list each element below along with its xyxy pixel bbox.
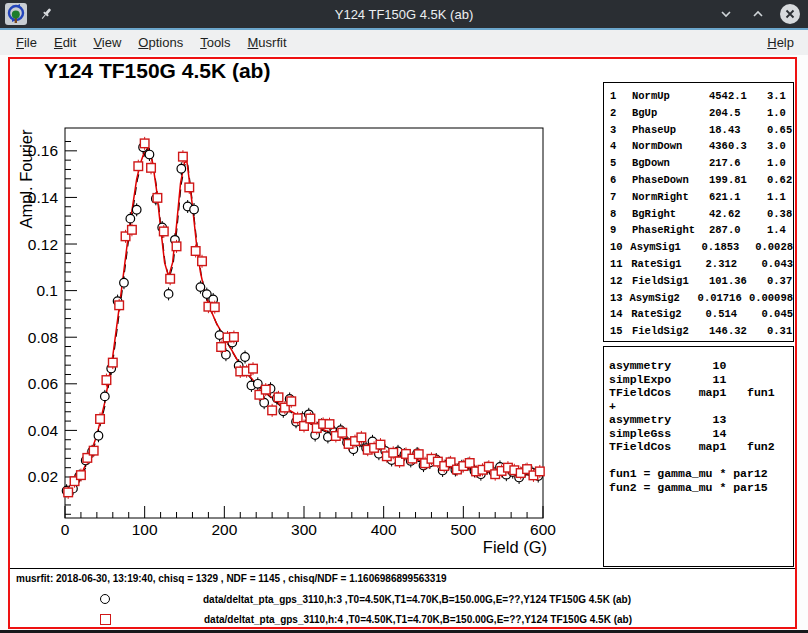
- fit-status-line: musrfit: 2018-06-30, 13:19:40, chisq = 1…: [16, 573, 447, 584]
- data-point-circle: [177, 164, 186, 173]
- square-marker-icon: [100, 614, 111, 625]
- y-tick-label: 0.06: [28, 375, 58, 392]
- titlebar[interactable]: Y124 TF150G 4.5K (ab): [0, 0, 808, 28]
- data-point-square: [376, 440, 385, 449]
- param-row: 15FieldSig2146.320.31: [604, 323, 793, 340]
- param-val: 146.32: [709, 323, 767, 340]
- legend-entry-h4[interactable]: data/deltat_pta_gps_3110,h:4 ,T0=4.50K,T…: [10, 610, 632, 628]
- data-point-square: [274, 393, 283, 402]
- param-row: 12FieldSig1101.360.37: [604, 273, 793, 290]
- param-num: 14: [604, 306, 631, 323]
- y-tick-label: 0.02: [28, 468, 58, 485]
- legend-label: data/deltat_pta_gps_3110,h:3 ,T0=4.50K,T…: [203, 594, 631, 605]
- data-point-circle: [190, 205, 199, 214]
- legend-entry-h3[interactable]: data/deltat_pta_gps_3110,h:3 ,T0=4.50K,T…: [10, 590, 631, 608]
- theory-function-box[interactable]: asymmetry 10 simplExpo 11 TFieldCos map1…: [603, 346, 794, 567]
- param-name: AsymSig1: [630, 239, 701, 256]
- theory-text: asymmetry 10 simplExpo 11 TFieldCos map1…: [609, 359, 793, 494]
- menu-item-file[interactable]: File: [16, 35, 37, 50]
- param-num: 2: [604, 105, 632, 122]
- param-err: 1.4: [767, 222, 793, 239]
- x-tick-label: 300: [291, 521, 317, 538]
- data-point-square: [185, 183, 194, 192]
- param-name: FieldSig2: [632, 323, 709, 340]
- param-name: FieldSig1: [632, 273, 709, 290]
- param-num: 3: [604, 122, 632, 139]
- param-num: 13: [604, 290, 629, 307]
- info-divider: [10, 568, 795, 569]
- param-err: 0.65: [767, 122, 793, 139]
- data-point-square: [261, 385, 270, 394]
- param-num: 6: [604, 172, 632, 189]
- param-row: 1NormUp4542.13.1: [604, 88, 793, 105]
- legend-label: data/deltat_pta_gps_3110,h:4 ,T0=4.50K,T…: [204, 614, 632, 625]
- data-point-square: [325, 420, 334, 429]
- data-point-circle: [145, 150, 154, 159]
- data-point-square: [249, 364, 258, 373]
- param-val: 4360.3: [709, 138, 767, 155]
- fit-parameters-box[interactable]: 1NormUp4542.13.12BgUp204.51.03PhaseUp18.…: [603, 82, 794, 342]
- data-point-square: [153, 194, 162, 203]
- data-point-square: [115, 301, 124, 310]
- menu-item-tools[interactable]: Tools: [200, 35, 230, 50]
- data-point-square: [159, 227, 168, 236]
- param-val: 0.514: [706, 306, 762, 323]
- param-name: BgDown: [632, 155, 709, 172]
- circle-marker-icon: [100, 594, 110, 604]
- menu-item-musrfit[interactable]: Musrfit: [248, 35, 287, 50]
- param-name: NormRight: [632, 189, 709, 206]
- y-axis-title: Ampl. Fourier: [17, 129, 35, 229]
- menu-item-edit[interactable]: Edit: [54, 35, 76, 50]
- param-err: 0.38: [767, 206, 793, 223]
- data-point-square: [134, 162, 143, 171]
- data-point-square: [389, 448, 398, 457]
- param-name: NormUp: [632, 88, 709, 105]
- param-row: 4NormDown4360.33.0: [604, 138, 793, 155]
- data-point-circle: [94, 431, 103, 440]
- root-canvas[interactable]: Y124 TF150G 4.5K (ab) 010020030040050060…: [8, 57, 797, 629]
- param-val: 42.62: [709, 206, 767, 223]
- menu-item-view[interactable]: View: [93, 35, 121, 50]
- menu-item-options[interactable]: Options: [138, 35, 183, 50]
- param-err: 0.00098: [749, 290, 793, 307]
- param-err: 3.1: [767, 88, 793, 105]
- param-row: 14RateSig20.5140.045: [604, 306, 793, 323]
- param-name: RateSig1: [631, 256, 705, 273]
- window-title: Y124 TF150G 4.5K (ab): [0, 7, 808, 22]
- x-tick-label: 100: [132, 521, 158, 538]
- param-err: 0.0028: [755, 239, 793, 256]
- fit-curve-black-dashed: [66, 150, 544, 495]
- param-num: 9: [604, 222, 632, 239]
- data-point-square: [357, 433, 366, 442]
- param-num: 11: [604, 256, 631, 273]
- x-tick-label: 0: [61, 521, 70, 538]
- close-button[interactable]: [780, 4, 800, 24]
- maximize-button[interactable]: [748, 4, 768, 24]
- param-val: 621.1: [709, 189, 767, 206]
- minimize-button[interactable]: [716, 4, 736, 24]
- x-tick-label: 400: [371, 521, 397, 538]
- x-tick-label: 600: [530, 521, 556, 538]
- param-name: BgRight: [632, 206, 709, 223]
- data-point-circle: [126, 214, 135, 223]
- menu-item-help[interactable]: Help: [767, 35, 794, 50]
- param-row: 2BgUp204.51.0: [604, 105, 793, 122]
- data-point-circle: [241, 353, 250, 362]
- data-point-square: [89, 446, 98, 455]
- data-point-square: [414, 450, 423, 459]
- param-num: 10: [604, 239, 630, 256]
- param-val: 18.43: [709, 122, 767, 139]
- param-num: 15: [604, 323, 632, 340]
- param-num: 4: [604, 138, 632, 155]
- param-row: 13AsymSig20.017160.00098: [604, 290, 793, 307]
- param-row: 5BgDown217.61.0: [604, 155, 793, 172]
- data-point-square: [210, 303, 219, 312]
- param-val: 4542.1: [709, 88, 767, 105]
- data-point-square: [465, 459, 474, 468]
- param-row: 3PhaseUp18.430.65: [604, 122, 793, 139]
- param-num: 8: [604, 206, 632, 223]
- x-tick-label: 500: [450, 521, 476, 538]
- data-point-square: [77, 471, 86, 480]
- data-point-square: [64, 488, 73, 497]
- data-point-square: [140, 139, 149, 148]
